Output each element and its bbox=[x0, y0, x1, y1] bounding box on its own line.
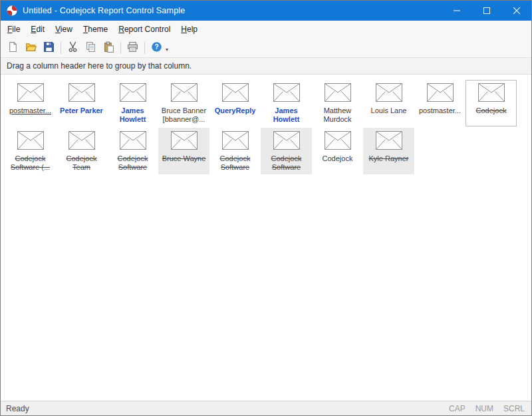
mail-item-label: Bruce Wayne bbox=[158, 154, 209, 163]
status-text: Ready bbox=[1, 404, 29, 413]
group-by-bar[interactable]: Drag a column header here to group by th… bbox=[1, 58, 531, 75]
status-indicator-scrl: SCRL bbox=[503, 404, 525, 413]
mail-item[interactable]: Louis Lane bbox=[363, 80, 414, 126]
mail-item[interactable]: QueryReply bbox=[209, 80, 261, 126]
print-button[interactable] bbox=[124, 40, 141, 56]
copy-icon bbox=[85, 41, 96, 55]
mail-item-label: Codejock Software bbox=[261, 154, 312, 172]
new-button[interactable] bbox=[5, 40, 21, 56]
minimize-icon bbox=[454, 6, 460, 16]
mail-item-label: Codejock bbox=[312, 154, 363, 163]
mail-item[interactable]: Codejock Software bbox=[261, 128, 312, 174]
menu-file[interactable]: File bbox=[2, 21, 25, 38]
mail-item[interactable]: Peter Parker bbox=[56, 80, 107, 126]
envelope-icon bbox=[478, 83, 505, 102]
status-indicator-cap: CAP bbox=[449, 404, 466, 413]
help-dropdown-caret-icon[interactable]: ▾ bbox=[166, 47, 168, 53]
menu-help[interactable]: Help bbox=[176, 21, 203, 38]
envelope-icon bbox=[120, 131, 146, 150]
menu-view[interactable]: View bbox=[50, 21, 78, 38]
envelope-icon bbox=[171, 131, 198, 150]
mail-item-label: Matthew Murdock bbox=[312, 106, 363, 124]
envelope-icon bbox=[68, 131, 95, 150]
svg-text:?: ? bbox=[154, 43, 158, 51]
menu-edit[interactable]: Edit bbox=[25, 21, 50, 38]
mail-item[interactable]: Kyle Rayner bbox=[363, 128, 414, 174]
new-icon bbox=[7, 41, 19, 55]
mail-item[interactable]: Codejock Software bbox=[107, 128, 158, 174]
mail-item[interactable]: Codejock Software bbox=[209, 128, 261, 174]
envelope-icon bbox=[17, 83, 44, 102]
mail-item[interactable]: Bruce Banner [bbanner@... bbox=[158, 80, 209, 126]
mail-item-label: postmaster... bbox=[5, 106, 56, 115]
status-indicator-num: NUM bbox=[475, 404, 493, 413]
mail-item[interactable]: Codejock bbox=[466, 80, 517, 126]
close-button[interactable] bbox=[501, 1, 531, 21]
mail-item[interactable]: postmaster... bbox=[414, 80, 466, 126]
toolbar-separator bbox=[61, 42, 61, 54]
paste-icon bbox=[103, 41, 114, 55]
save-icon bbox=[43, 41, 55, 55]
envelope-icon bbox=[376, 131, 402, 150]
envelope-icon bbox=[17, 131, 44, 150]
envelope-icon bbox=[273, 83, 300, 102]
mail-item-label: Codejock bbox=[466, 106, 517, 115]
report-control-area[interactable]: postmaster... Peter Parker James Howlett… bbox=[1, 75, 531, 401]
toolbar-separator bbox=[120, 42, 121, 54]
mail-item[interactable]: Codejock bbox=[312, 128, 363, 174]
group-by-hint-text: Drag a column header here to group by th… bbox=[7, 61, 192, 71]
envelope-icon bbox=[120, 83, 146, 102]
mail-item-label: Codejock Team bbox=[56, 154, 107, 172]
menu-theme[interactable]: Theme bbox=[78, 21, 113, 38]
mail-grid: postmaster... Peter Parker James Howlett… bbox=[1, 75, 531, 174]
mail-item-label: Codejock Software bbox=[209, 154, 261, 172]
envelope-icon bbox=[273, 131, 300, 150]
mail-item[interactable]: postmaster... bbox=[5, 80, 56, 126]
mail-item-label: Kyle Rayner bbox=[363, 154, 414, 163]
envelope-icon bbox=[171, 83, 198, 102]
maximize-button[interactable] bbox=[471, 1, 501, 21]
paste-button[interactable] bbox=[100, 40, 117, 56]
minimize-button[interactable] bbox=[442, 1, 471, 21]
app-window: Untitled - Codejock Report Control Sampl… bbox=[0, 0, 532, 416]
mail-item-label: Codejock Software bbox=[107, 154, 158, 172]
mail-item[interactable]: James Howlett bbox=[107, 80, 158, 126]
mail-item-label: QueryReply bbox=[209, 106, 261, 115]
cut-button[interactable] bbox=[65, 40, 81, 56]
envelope-icon bbox=[325, 83, 351, 102]
close-icon bbox=[513, 6, 520, 16]
mail-item[interactable]: James Howlett bbox=[261, 80, 312, 126]
help-button[interactable]: ? bbox=[148, 40, 165, 56]
envelope-icon bbox=[427, 83, 454, 102]
envelope-icon bbox=[68, 83, 95, 102]
toolbar-separator bbox=[144, 42, 145, 54]
envelope-icon bbox=[222, 83, 249, 102]
cut-icon bbox=[67, 41, 78, 55]
envelope-icon bbox=[376, 83, 402, 102]
mail-item-label: James Howlett bbox=[261, 106, 312, 124]
mail-item[interactable]: Matthew Murdock bbox=[312, 80, 363, 126]
open-button[interactable] bbox=[23, 40, 39, 56]
envelope-icon bbox=[222, 131, 249, 150]
status-bar: Ready CAPNUMSCRL bbox=[1, 401, 531, 415]
copy-button[interactable] bbox=[82, 40, 99, 56]
open-icon bbox=[25, 41, 37, 55]
status-indicators: CAPNUMSCRL bbox=[439, 404, 531, 413]
envelope-icon bbox=[325, 131, 351, 150]
mail-item-label: Louis Lane bbox=[363, 106, 414, 115]
mail-item[interactable]: Codejock Team bbox=[56, 128, 107, 174]
window-controls bbox=[442, 1, 531, 21]
mail-item[interactable]: Bruce Wayne bbox=[158, 128, 209, 174]
menu-report-control[interactable]: Report Control bbox=[113, 21, 176, 38]
save-button[interactable] bbox=[41, 40, 57, 56]
help-icon: ? bbox=[151, 41, 162, 55]
mail-item[interactable]: Codejock Software (... bbox=[5, 128, 56, 174]
mail-item-label: Codejock Software (... bbox=[5, 154, 56, 172]
mail-item-label: James Howlett bbox=[107, 106, 158, 124]
menu-bar: FileEditViewThemeReport ControlHelp bbox=[1, 21, 531, 38]
maximize-icon bbox=[483, 6, 490, 16]
toolbar: ?▾ bbox=[1, 38, 531, 58]
mail-item-label: postmaster... bbox=[414, 106, 466, 115]
title-bar[interactable]: Untitled - Codejock Report Control Sampl… bbox=[1, 1, 531, 21]
window-title: Untitled - Codejock Report Control Sampl… bbox=[23, 6, 185, 15]
